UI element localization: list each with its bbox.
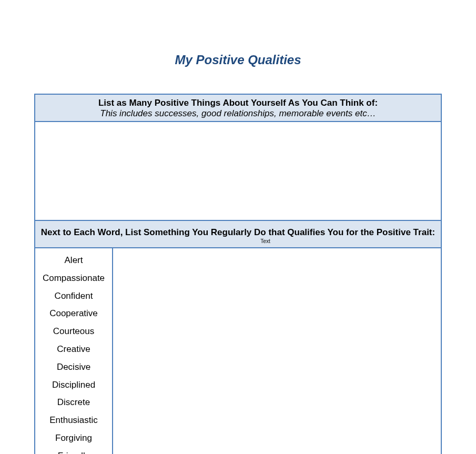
trait-item: Forgiving <box>35 429 112 447</box>
worksheet-table: List as Many Positive Things About Yours… <box>34 94 442 454</box>
trait-item: Courteous <box>35 322 112 340</box>
section1-heading: List as Many Positive Things About Yours… <box>40 98 436 108</box>
worksheet-page: My Positive Qualities List as Many Posit… <box>0 0 476 454</box>
trait-item: Creative <box>35 340 112 358</box>
page-title: My Positive Qualities <box>34 53 442 67</box>
trait-item: Alert <box>35 251 112 269</box>
trait-item: Discrete <box>35 394 112 411</box>
traits-section: Alert Compassionate Confident Cooperativ… <box>35 248 441 454</box>
trait-item: Enthusiastic <box>35 411 112 429</box>
trait-item: Confident <box>35 287 112 305</box>
trait-item: Cooperative <box>35 305 112 322</box>
freeform-input-area[interactable] <box>35 122 441 221</box>
section2-header: Next to Each Word, List Something You Re… <box>35 221 441 248</box>
traits-column: Alert Compassionate Confident Cooperativ… <box>35 248 113 454</box>
section2-heading: Next to Each Word, List Something You Re… <box>40 227 436 238</box>
trait-item: Disciplined <box>35 376 112 394</box>
section1-header: List as Many Positive Things About Yours… <box>35 95 441 122</box>
trait-item: Friendly <box>35 447 112 454</box>
trait-item: Decisive <box>35 358 112 376</box>
trait-item: Compassionate <box>35 269 112 287</box>
section1-subheading: This includes successes, good relationsh… <box>40 108 436 119</box>
traits-input-column[interactable] <box>113 248 441 454</box>
section2-small-label: Text <box>260 238 270 244</box>
